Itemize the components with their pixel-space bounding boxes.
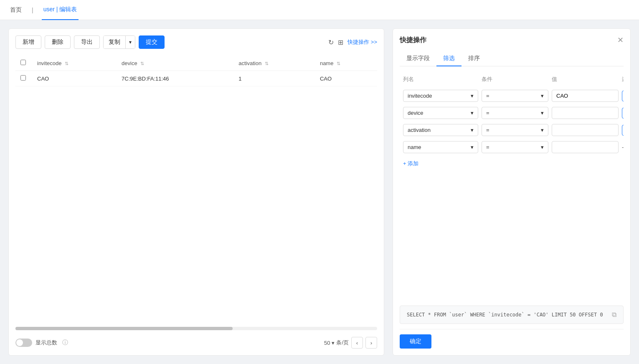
filter-cond-select-2[interactable]: = ▾	[482, 107, 548, 119]
filter-cond-dropdown-icon-1: ▾	[541, 93, 544, 99]
copy-button-arrow[interactable]: ▾	[126, 36, 135, 48]
select-all-checkbox[interactable]	[20, 60, 26, 65]
copy-button-main[interactable]: 复制	[104, 36, 126, 48]
filter-col-select-4[interactable]: name ▾	[403, 141, 478, 153]
filter-cond-value-2: =	[486, 110, 489, 116]
table-footer: 显示总数 ⓘ 50 ▾ 条/页 ‹ ›	[15, 334, 377, 349]
panel-title: 快捷操作	[400, 36, 426, 45]
table-body: CAO 7C:9E:BD:FA:11:46 1 CAO	[15, 71, 377, 86]
toolbar-right: ↻ ⊞ 快捷操作 >>	[328, 38, 377, 46]
table-header-row: invitecode ⇅ device ⇅ activation ⇅ nam	[15, 56, 377, 71]
filter-cond-select-4[interactable]: = ▾	[482, 141, 548, 153]
filter-row-name: name ▾ = ▾ -	[400, 139, 624, 156]
delete-button[interactable]: 删除	[45, 35, 71, 49]
filter-row-device: device ▾ = ▾ AND OR	[400, 104, 624, 121]
filter-cond-select-1[interactable]: = ▾	[482, 90, 548, 102]
main-layout: 新增 删除 导出 复制 ▾ 提交 ↻ ⊞ 快捷操作 >>	[0, 20, 639, 364]
filter-value-input-2[interactable]	[552, 107, 619, 119]
sql-preview-section: SELECT * FROM `user` WHERE `invitecode` …	[400, 306, 624, 324]
filter-col-dropdown-icon-4: ▾	[471, 144, 474, 150]
cell-device: 7C:9E:BD:FA:11:46	[117, 71, 233, 86]
header-activation-label: activation	[238, 60, 261, 66]
submit-button[interactable]: 提交	[139, 35, 165, 49]
add-filter-button[interactable]: + 添加	[400, 156, 624, 172]
left-panel: 新增 删除 导出 复制 ▾ 提交 ↻ ⊞ 快捷操作 >>	[8, 28, 384, 356]
prev-page-button[interactable]: ‹	[351, 337, 363, 349]
page-size-value: 50	[324, 340, 330, 346]
filter-col-value-2: device	[408, 110, 423, 116]
page-size-dropdown-icon[interactable]: ▾	[332, 340, 335, 346]
top-nav: 首页 | user | 编辑表	[0, 0, 639, 20]
filter-value-input-3[interactable]	[552, 124, 619, 136]
table-row[interactable]: CAO 7C:9E:BD:FA:11:46 1 CAO	[15, 71, 377, 86]
sort-invitecode-icon[interactable]: ⇅	[65, 61, 68, 66]
header-name[interactable]: name ⇅	[315, 56, 377, 71]
and-button-2[interactable]: AND	[622, 108, 624, 119]
nav-separator: |	[32, 7, 33, 13]
filter-header-value: 值	[552, 76, 619, 83]
add-button[interactable]: 新增	[15, 35, 41, 49]
refresh-icon[interactable]: ↻	[328, 38, 334, 46]
row-checkbox-cell	[15, 71, 32, 86]
sort-name-icon[interactable]: ⇅	[337, 61, 340, 66]
header-device[interactable]: device ⇅	[117, 56, 233, 71]
horizontal-scrollbar[interactable]	[15, 327, 377, 330]
filter-value-input-4[interactable]	[552, 141, 619, 153]
export-button[interactable]: 导出	[74, 35, 100, 49]
quick-ops-link[interactable]: 快捷操作 >>	[347, 38, 377, 46]
filter-cond-value-4: =	[486, 144, 489, 150]
sort-device-icon[interactable]: ⇅	[140, 61, 144, 66]
right-panel: 快捷操作 ✕ 显示字段 筛选 排序 列名 条件 值 连接符 invitecode…	[393, 28, 631, 356]
dash-connector-4: -	[622, 144, 624, 150]
confirm-button[interactable]: 确定	[400, 334, 431, 349]
grid-icon[interactable]: ⊞	[338, 38, 343, 46]
sort-activation-icon[interactable]: ⇅	[265, 61, 269, 66]
filter-col-dropdown-icon-1: ▾	[471, 93, 474, 99]
next-page-button[interactable]: ›	[365, 337, 377, 349]
header-device-label: device	[122, 60, 137, 66]
nav-home[interactable]: 首页	[8, 0, 23, 20]
tab-display-fields[interactable]: 显示字段	[400, 51, 436, 66]
info-icon[interactable]: ⓘ	[62, 339, 68, 346]
toolbar: 新增 删除 导出 复制 ▾ 提交 ↻ ⊞ 快捷操作 >>	[15, 35, 377, 49]
filter-header-colname: 列名	[403, 76, 478, 83]
filter-header-condition: 条件	[482, 76, 548, 83]
filter-value-input-1[interactable]	[552, 90, 619, 102]
sql-text: SELECT * FROM `user` WHERE `invitecode` …	[407, 311, 609, 318]
and-button-3[interactable]: AND	[622, 125, 624, 136]
show-total-toggle[interactable]	[15, 339, 32, 347]
nav-active-tab[interactable]: user | 编辑表	[42, 0, 79, 20]
close-button[interactable]: ✕	[617, 35, 624, 45]
and-button-1[interactable]: AND	[622, 91, 624, 101]
filter-row-invitecode: invitecode ▾ = ▾ AND OR	[400, 87, 624, 104]
filter-col-select-3[interactable]: activation ▾	[403, 124, 478, 136]
data-table: invitecode ⇅ device ⇅ activation ⇅ nam	[15, 56, 377, 86]
filter-col-dropdown-icon-3: ▾	[471, 127, 474, 133]
cell-invitecode: CAO	[32, 71, 117, 86]
tab-sort[interactable]: 排序	[462, 51, 487, 66]
pagination: 50 ▾ 条/页 ‹ ›	[324, 337, 377, 349]
filter-cond-value-3: =	[486, 127, 489, 133]
tabs: 显示字段 筛选 排序	[400, 51, 624, 66]
filter-col-value-3: activation	[408, 127, 431, 133]
filter-col-value-1: invitecode	[408, 93, 432, 99]
cell-name: CAO	[315, 71, 377, 86]
tab-filter[interactable]: 筛选	[436, 51, 462, 66]
header-name-label: name	[320, 60, 334, 66]
page-size-selector[interactable]: 50 ▾ 条/页	[324, 339, 349, 346]
confirm-section: 确定	[400, 329, 624, 349]
filter-col-select-1[interactable]: invitecode ▾	[403, 90, 478, 102]
connector-group-3: AND OR	[622, 125, 624, 136]
filter-cond-select-3[interactable]: = ▾	[482, 124, 548, 136]
copy-sql-icon[interactable]: ⧉	[612, 311, 616, 318]
filter-col-select-2[interactable]: device ▾	[403, 107, 478, 119]
cell-activation: 1	[233, 71, 315, 86]
filter-col-value-4: name	[408, 144, 421, 150]
copy-split-button[interactable]: 复制 ▾	[103, 35, 135, 49]
header-invitecode[interactable]: invitecode ⇅	[32, 56, 117, 71]
filter-cond-value-1: =	[486, 93, 489, 99]
filter-cond-dropdown-icon-3: ▾	[541, 127, 544, 133]
page-size-unit: 条/页	[336, 339, 349, 346]
row-checkbox[interactable]	[20, 75, 26, 81]
header-activation[interactable]: activation ⇅	[233, 56, 315, 71]
